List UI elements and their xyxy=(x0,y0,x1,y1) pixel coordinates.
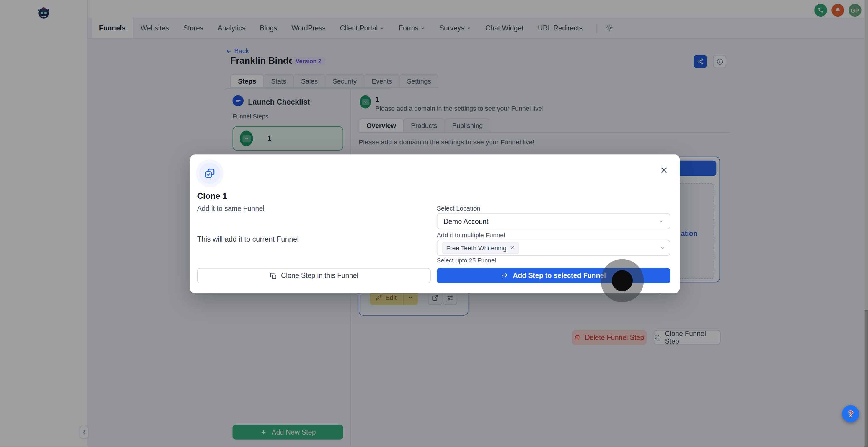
modal-title: Clone 1 xyxy=(197,191,227,200)
clone-modal-icon xyxy=(199,163,220,184)
question-icon: ? xyxy=(848,409,853,419)
location-select[interactable]: Demo Account xyxy=(437,213,670,229)
location-select-value: Demo Account xyxy=(443,217,488,225)
selected-funnel-chip: Free Teeth Whitening xyxy=(442,242,519,253)
funnel-multiselect[interactable]: Free Teeth Whitening xyxy=(437,240,670,256)
cursor-click-indicator xyxy=(612,270,633,291)
multiple-funnel-label: Add it to multiple Funnel xyxy=(437,232,505,239)
clone-step-in-this-funnel-button[interactable]: Clone Step in this Funnel xyxy=(197,268,431,284)
corner-up-right-icon xyxy=(501,272,508,279)
chevron-down-icon xyxy=(660,245,665,251)
modal-subtitle: Add it to same Funnel xyxy=(197,205,265,213)
modal-note: This will add it to current Funnel xyxy=(197,235,299,243)
copy-icon xyxy=(269,272,276,279)
funnel-limit-helper: Select upto 25 Funnel xyxy=(437,257,496,264)
remove-chip-icon[interactable] xyxy=(510,245,515,250)
app-root: Demo Account Los Angeles, CA Dashboard T… xyxy=(0,0,868,447)
chevron-down-icon xyxy=(658,219,664,224)
select-location-label: Select Location xyxy=(437,205,480,212)
close-icon[interactable] xyxy=(660,166,669,175)
help-fab-button[interactable]: ? xyxy=(842,405,859,422)
